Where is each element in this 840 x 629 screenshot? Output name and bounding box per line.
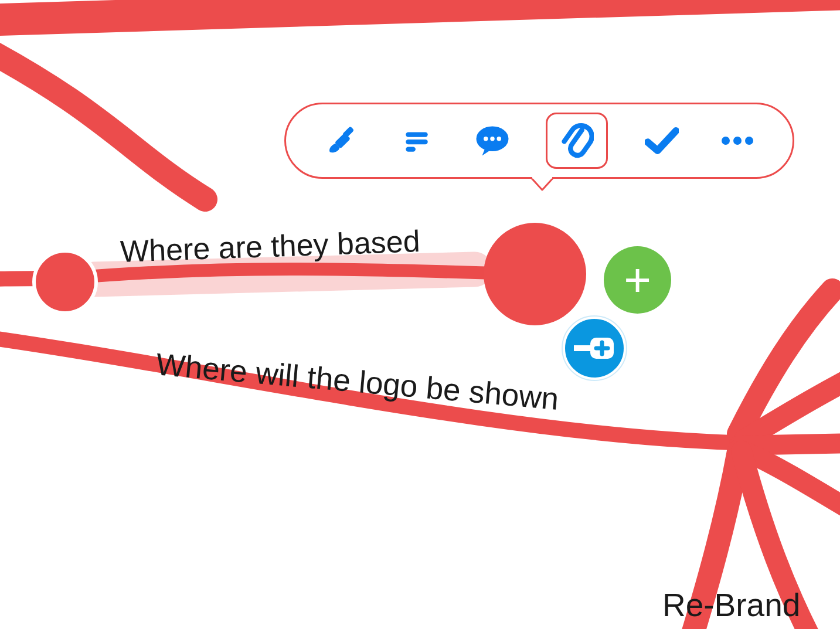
more-options-button[interactable] (715, 119, 759, 163)
context-toolbar (284, 103, 794, 179)
selected-node[interactable] (484, 223, 586, 325)
svg-point-7 (484, 137, 488, 141)
plus-icon: + (624, 257, 651, 304)
check-icon (645, 126, 679, 155)
mindmap-canvas[interactable]: Where are they based Where will the logo… (0, 0, 840, 629)
task-check-button[interactable] (640, 119, 683, 163)
branch-lines (0, 0, 840, 629)
branch-label-rebrand[interactable]: Re-Brand (662, 586, 800, 624)
svg-rect-5 (406, 147, 416, 151)
svg-rect-4 (406, 140, 428, 144)
add-sibling-button[interactable]: + (604, 246, 671, 314)
comment-button[interactable] (471, 119, 515, 163)
attachment-button[interactable] (546, 113, 608, 169)
add-connection-button[interactable] (563, 317, 626, 380)
comment-icon (475, 125, 510, 157)
brush-icon (324, 124, 358, 158)
more-dots-icon (720, 135, 755, 147)
svg-point-9 (497, 137, 502, 141)
notes-icon (402, 126, 431, 155)
add-connection-icon (574, 334, 615, 362)
format-brush-button[interactable] (319, 119, 363, 163)
toolbar-pointer (530, 177, 554, 192)
svg-point-11 (733, 137, 742, 145)
notes-button[interactable] (395, 119, 439, 163)
svg-point-12 (745, 137, 753, 145)
branch-end-node[interactable] (32, 249, 98, 315)
svg-point-10 (722, 137, 730, 145)
svg-point-8 (490, 137, 495, 141)
svg-rect-3 (406, 132, 428, 137)
paperclip-icon (560, 123, 594, 159)
